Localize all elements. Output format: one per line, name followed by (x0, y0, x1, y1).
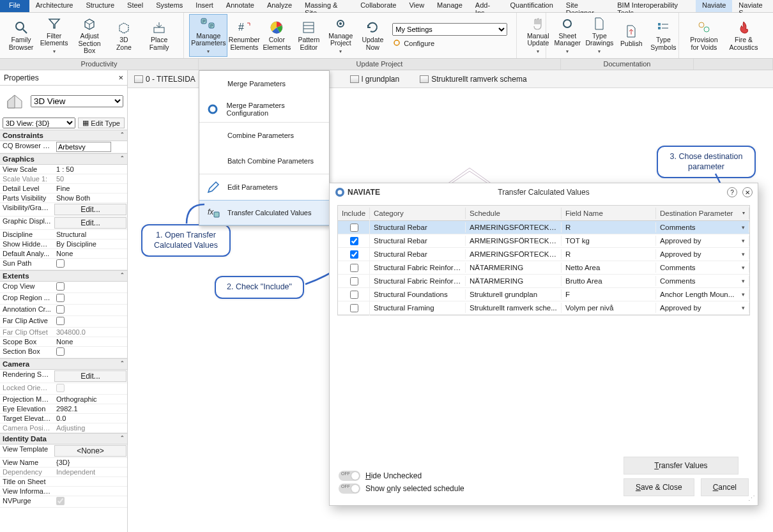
target-elev-value[interactable]: 0.0 (54, 414, 127, 423)
view-info-value[interactable] (54, 487, 127, 496)
dropdown-edit-parameters[interactable]: Edit Parameters (199, 174, 329, 200)
cell-destination[interactable]: Approved by▾ (656, 303, 749, 313)
update-now-button[interactable]: Update Now (356, 18, 388, 53)
hide-unchecked-toggle[interactable] (339, 471, 360, 481)
manage-project-button[interactable]: Manage Project (325, 14, 356, 57)
transfer-values-button[interactable]: Transfer Values (624, 457, 739, 475)
table-row[interactable]: Structural FoundationsStrukturell grundp… (338, 288, 749, 301)
projection-value[interactable]: Orthographic (54, 395, 127, 404)
include-checkbox[interactable] (350, 250, 358, 259)
view-name-value[interactable]: {3D} (54, 458, 127, 467)
dropdown-merge-config[interactable]: Merge Parameters Configuration (199, 96, 329, 122)
dialog-help-button[interactable]: ? (727, 187, 737, 197)
manage-parameters-button[interactable]: PPManage Parameters (189, 14, 227, 57)
col-schedule[interactable]: Schedule (466, 208, 562, 219)
menu-annotate[interactable]: Annotate (220, 0, 261, 12)
menu-insert[interactable]: Insert (189, 0, 220, 12)
menu-file[interactable]: File (0, 0, 29, 12)
menu-collaborate[interactable]: Collaborate (354, 0, 402, 12)
view-type-select[interactable]: 3D View (31, 95, 123, 107)
group-identity[interactable]: Identity Data⌃ (0, 433, 127, 445)
properties-close-button[interactable]: × (118, 73, 123, 82)
include-checkbox[interactable] (350, 291, 358, 299)
menu-manage[interactable]: Manage (431, 0, 469, 12)
menu-view[interactable]: View (402, 0, 431, 12)
include-checkbox[interactable] (350, 237, 358, 245)
3d-zone-button[interactable]: 3D Zone (108, 18, 140, 53)
viewtab-titelsida[interactable]: 0 - TITELSIDA (130, 73, 199, 85)
group-extents[interactable]: Extents⌃ (0, 270, 127, 282)
menu-bim-interop[interactable]: BIM Interoperability Tools (611, 0, 696, 12)
table-row[interactable]: Structural RebarARMERINGSFÖRTECKNINGRCom… (338, 221, 749, 234)
fire-acoustics-button[interactable]: Fire & Acoustics (724, 18, 764, 53)
dropdown-merge-parameters[interactable]: Merge Parameters (199, 71, 329, 96)
discipline-value[interactable]: Structural (54, 230, 127, 239)
vis-graph-edit-button[interactable]: Edit... (54, 204, 126, 215)
include-checkbox[interactable] (350, 224, 358, 232)
edit-type-button[interactable]: ▦Edit Type (78, 118, 125, 128)
menu-steel[interactable]: Steel (121, 0, 149, 12)
table-row[interactable]: Structural Fabric Reinforc...NÄTARMERING… (338, 261, 749, 275)
save-close-button[interactable]: Save & Close (624, 478, 694, 496)
table-row[interactable]: Structural FramingStrukturellt ramverk s… (338, 301, 749, 315)
group-graphics[interactable]: Graphics⌃ (0, 153, 127, 165)
menu-addins[interactable]: Add-Ins (469, 0, 504, 12)
publish-button[interactable]: Publish (615, 22, 647, 50)
graphic-disp-edit-button[interactable]: Edit... (54, 217, 126, 229)
default-analy-value[interactable]: None (54, 249, 127, 258)
crop-region-checkbox[interactable] (56, 294, 65, 302)
menu-naviate[interactable]: Naviate (696, 0, 732, 12)
menu-quantification[interactable]: Quantification (504, 0, 560, 12)
cancel-button[interactable]: Cancel (701, 478, 749, 496)
renumber-elements-button[interactable]: #Renumber Elements (227, 18, 261, 53)
cell-destination[interactable]: Approved by▾ (656, 236, 749, 246)
include-checkbox[interactable] (350, 264, 358, 272)
rendering-edit-button[interactable]: Edit... (54, 370, 126, 382)
table-row[interactable]: Structural RebarARMERINGSFÖRTECKNIN...TO… (338, 234, 749, 248)
sun-path-checkbox[interactable] (56, 259, 65, 268)
far-clip-active-checkbox[interactable] (56, 317, 65, 325)
settings-select[interactable]: My Settings (392, 23, 507, 36)
table-row[interactable]: Structural RebarARMERINGSFÖRTECKNIN...RA… (338, 248, 749, 261)
title-sheet-value[interactable] (54, 477, 127, 486)
menu-structure[interactable]: Structure (79, 0, 121, 12)
view-instance-select[interactable]: 3D View: {3D} (3, 118, 75, 128)
group-camera[interactable]: Camera⌃ (0, 358, 127, 370)
dropdown-transfer-calc-values[interactable]: fxTransfer Calculated Values (199, 200, 329, 225)
include-checkbox[interactable] (350, 304, 358, 312)
type-symbols-button[interactable]: Type Symbols (647, 18, 679, 53)
eye-elev-value[interactable]: 2982.1 (54, 404, 127, 413)
view-template-button[interactable]: <None> (54, 445, 126, 457)
col-include[interactable]: Include (338, 208, 370, 219)
detail-level-value[interactable]: Fine (54, 184, 127, 193)
parts-vis-value[interactable]: Show Both (54, 194, 127, 202)
scope-box-value[interactable]: None (54, 337, 127, 346)
filter-elements-button[interactable]: Filter Elements (37, 14, 71, 57)
viewtab-ramverk[interactable]: Strukturellt ramverk schema (416, 73, 530, 85)
provision-for-voids-button[interactable]: Provision for Voids (684, 18, 723, 53)
menu-site-designer[interactable]: Site Designer (560, 0, 611, 12)
group-constraints[interactable]: Constraints⌃ (0, 130, 127, 141)
cell-destination[interactable]: Comments▾ (656, 262, 749, 273)
menu-systems[interactable]: Systems (149, 0, 189, 12)
cell-destination[interactable]: Comments▾ (656, 222, 749, 232)
place-family-button[interactable]: Place Family (140, 18, 178, 53)
table-row[interactable]: Structural Fabric Reinforc...NÄTARMERING… (338, 275, 749, 288)
adjust-section-box-button[interactable]: Adjust Section Box (71, 14, 108, 57)
cell-destination[interactable]: Approved by▾ (656, 249, 749, 259)
color-elements-button[interactable]: Color Elements (261, 18, 293, 53)
pattern-editor-button[interactable]: Pattern Editor (293, 18, 325, 53)
show-only-schedule-toggle[interactable] (339, 483, 360, 494)
dropdown-combine-parameters[interactable]: Combine Parameters (199, 123, 329, 148)
view-scale-value[interactable]: 1 : 50 (54, 165, 127, 174)
ma-button[interactable]: Ma (763, 22, 773, 50)
section-box-checkbox[interactable] (56, 347, 65, 356)
resize-grip-icon[interactable]: ⋰ (748, 494, 755, 503)
cell-destination[interactable]: Comments▾ (656, 276, 749, 286)
viewtab-grundplan[interactable]: l grundplan (346, 73, 403, 85)
show-hidden-value[interactable]: By Discipline (54, 239, 127, 248)
menu-architecture[interactable]: Architecture (29, 0, 80, 12)
menu-naviate-s[interactable]: Naviate S (732, 0, 773, 12)
crop-view-checkbox[interactable] (56, 282, 65, 291)
cell-destination[interactable]: Anchor Length Moun...▾ (656, 289, 749, 300)
